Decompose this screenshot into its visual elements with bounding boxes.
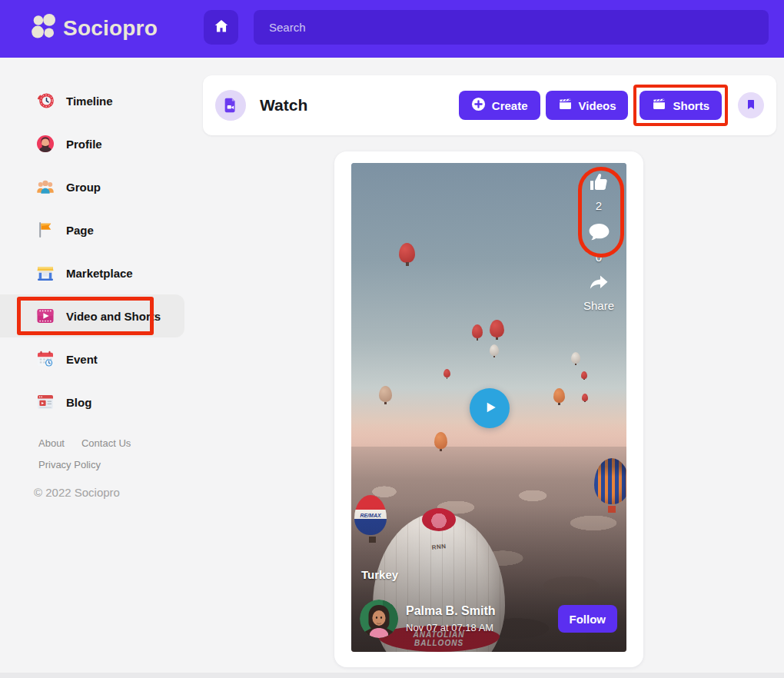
sidebar-footer-links: AboutContact Us Privacy Policy [38, 437, 184, 470]
sidebar-item-label: Event [66, 353, 98, 366]
create-button-label: Create [492, 99, 528, 112]
short-video-card: RE/MAX RNN ANATOLIAN BALLOONS [334, 151, 643, 667]
video-player[interactable]: RE/MAX RNN ANATOLIAN BALLOONS [351, 163, 626, 652]
clock-history-icon [35, 91, 55, 111]
flag-icon [35, 220, 55, 240]
balloon [490, 320, 504, 337]
page-title: Watch [260, 96, 307, 115]
like-count: 2 [579, 199, 619, 212]
brand-logo[interactable]: Sociopro [31, 14, 158, 43]
balloon [379, 386, 392, 402]
comment-count: 0 [579, 251, 619, 264]
sidebar-item-blog[interactable]: Blog [0, 381, 184, 424]
videos-button[interactable]: Videos [546, 91, 629, 120]
share-arrow-icon [587, 271, 610, 297]
author-avatar[interactable] [360, 600, 398, 638]
play-icon [480, 397, 500, 420]
balloon [582, 394, 588, 401]
videos-button-label: Videos [579, 99, 616, 112]
balloon [581, 371, 587, 379]
bookmark-icon [745, 98, 757, 113]
video-film-icon [35, 306, 55, 326]
thumbs-up-icon [587, 171, 610, 197]
sidebar-item-timeline[interactable]: Timeline [0, 79, 184, 122]
balloon [553, 388, 565, 403]
clapperboard-icon [652, 97, 666, 114]
bookmark-button[interactable] [738, 92, 764, 118]
balloon [443, 369, 450, 377]
sidebar-item-label: Video and Shorts [66, 310, 161, 323]
person-avatar-icon [35, 134, 55, 154]
follow-button[interactable]: Follow [558, 605, 618, 633]
author-meta: Palma B. Smith Nov 07 at 07:18 AM [406, 604, 495, 633]
sociopro-logo-icon [31, 14, 57, 43]
home-button[interactable] [204, 10, 238, 45]
sidebar-item-label: Blog [66, 396, 91, 409]
watch-header-card: Watch Create Videos [203, 75, 776, 135]
top-navigation-bar: Sociopro [0, 0, 784, 58]
calendar-clock-icon [35, 349, 55, 369]
comment-button[interactable] [579, 220, 619, 248]
comment-bubble-icon [586, 220, 612, 248]
sidebar: Timeline Profile [0, 58, 184, 499]
sidebar-item-event[interactable]: Event [0, 337, 184, 381]
copyright-text: © 2022 Sociopro [34, 486, 184, 499]
sidebar-item-marketplace[interactable]: Marketplace [0, 251, 184, 294]
sidebar-nav: Timeline Profile [0, 58, 184, 424]
search-input[interactable] [254, 10, 769, 45]
about-link[interactable]: About [38, 437, 65, 449]
contact-us-link[interactable]: Contact Us [81, 437, 131, 449]
sidebar-item-label: Page [66, 224, 94, 237]
balloon [490, 344, 499, 356]
annotation-box-shorts: Shorts [633, 85, 728, 126]
play-button[interactable] [470, 388, 510, 428]
watch-actions: Create Videos [459, 85, 764, 126]
balloon [472, 324, 483, 338]
storefront-icon [35, 263, 55, 283]
video-location: Turkey [361, 568, 398, 581]
create-button[interactable]: Create [459, 91, 540, 120]
shorts-button-label: Shorts [673, 99, 709, 112]
share-label: Share [579, 299, 619, 312]
sidebar-item-label: Group [66, 181, 101, 194]
sidebar-item-video-and-shorts[interactable]: Video and Shorts [0, 294, 184, 337]
blog-window-icon [35, 392, 55, 412]
plus-circle-icon [471, 97, 486, 114]
balloon [571, 352, 580, 364]
like-button[interactable] [579, 171, 619, 197]
author-row: Palma B. Smith Nov 07 at 07:18 AM Follow [360, 600, 617, 638]
sidebar-item-label: Profile [66, 138, 102, 151]
sidebar-item-profile[interactable]: Profile [0, 122, 184, 165]
striped-balloon [594, 458, 626, 504]
balloon [399, 243, 415, 263]
action-rail: 2 0 Share [579, 171, 619, 312]
author-name: Palma B. Smith [406, 604, 495, 618]
sidebar-item-page[interactable]: Page [0, 208, 184, 251]
home-icon [213, 18, 230, 37]
balloon [434, 432, 447, 449]
share-button[interactable] [579, 271, 619, 297]
people-group-icon [35, 177, 55, 197]
privacy-policy-link[interactable]: Privacy Policy [38, 459, 101, 470]
sidebar-item-label: Marketplace [66, 267, 133, 280]
brand-name: Sociopro [63, 16, 158, 41]
sidebar-item-group[interactable]: Group [0, 165, 184, 208]
video-timestamp: Nov 07 at 07:18 AM [406, 622, 495, 633]
shorts-button[interactable]: Shorts [639, 91, 722, 120]
watch-file-video-icon [215, 90, 246, 121]
page-bottom-edge [0, 673, 784, 678]
sidebar-item-label: Timeline [66, 95, 113, 108]
clapperboard-icon [558, 97, 573, 114]
